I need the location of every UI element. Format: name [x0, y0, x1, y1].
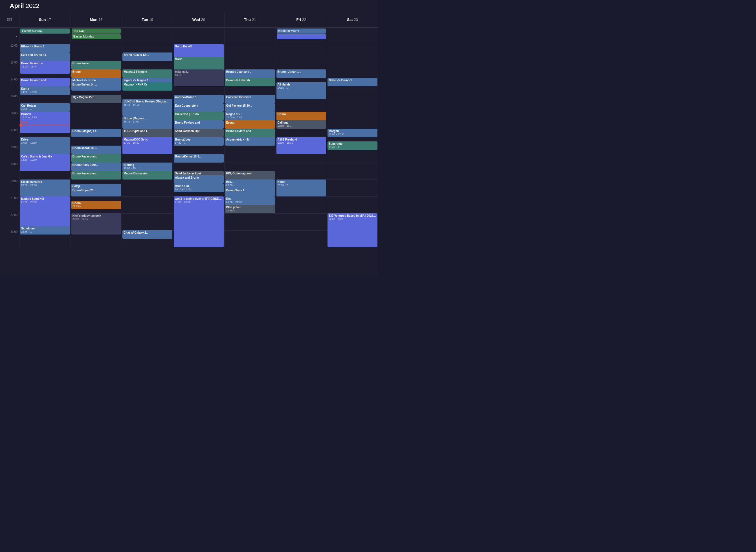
- cal-event[interactable]: Bruno / Juan and .: [225, 70, 275, 78]
- cal-event[interactable]: Bruno Faviero and: [20, 78, 70, 86]
- time-label-18:00: 18:00: [10, 146, 17, 149]
- cal-event[interactable]: Bruno Favie: [71, 61, 121, 70]
- time-label-14:00: 14:00: [10, 78, 17, 81]
- cal-event[interactable]: miko call...13:15 –...: [174, 70, 224, 86]
- toggle-allday[interactable]: ⌄: [15, 34, 17, 37]
- cal-event[interactable]: Magna <> PNP Cr: [123, 82, 172, 91]
- day-header-tue19: Tue19: [122, 12, 173, 27]
- cal-event[interactable]: Bruno (Magna) ...16:15 – 17:00: [123, 116, 172, 129]
- cal-event[interactable]: Bruno,: [225, 120, 275, 129]
- cal-event[interactable]: Morgan17:00 – 17:30: [328, 129, 377, 137]
- calendar-header: + April 2022: [0, 0, 378, 12]
- allday-cell-5: Bruno in Miami: [275, 28, 327, 44]
- cal-event[interactable]: Bruno/Kenny 18:3...: [174, 154, 224, 162]
- cal-event[interactable]: Ezra Cooperstein: [174, 103, 224, 112]
- allday-event[interactable]: [277, 34, 326, 39]
- day-header-fri22: Fri22: [275, 12, 327, 27]
- allday-cell-0: Easter Sunday: [19, 28, 70, 44]
- cal-event[interactable]: Asymmetric <> M.: [225, 137, 275, 146]
- cal-event[interactable]: web3 is taking over sf [FIRESIDE CHAT]21…: [174, 196, 224, 247]
- allday-event[interactable]: Tax Day: [72, 28, 121, 34]
- cal-event[interactable]: Bruno / Jonah 1...: [276, 70, 326, 78]
- calendar-title: April 2022: [10, 2, 39, 10]
- cal-event[interactable]: Kenta20:00 – 2...: [276, 179, 326, 196]
- time-label-12:00: 12:00: [10, 44, 17, 47]
- cal-event[interactable]: EIN, Option agreen: [225, 171, 275, 179]
- cal-event[interactable]: Bruno: [71, 70, 121, 78]
- cal-event[interactable]: Gui Faviero 15:30...: [225, 103, 275, 112]
- cal-event[interactable]: Brunch16:00 – 17:15: [20, 112, 70, 133]
- event-col-sat23: Nakul <> Bruno 1.Morgan17:00 – 17:30Supe…: [327, 44, 378, 247]
- cal-event[interactable]: Cameron Dennis 1: [225, 95, 275, 103]
- cal-event[interactable]: Bruno/Sims 1: [225, 188, 275, 196]
- cal-event[interactable]: Call Rotem15:30 –...: [20, 103, 70, 112]
- day-header-sun17: Sun17: [19, 12, 70, 27]
- cal-event[interactable]: Bruno/Julien 14:...: [71, 82, 121, 91]
- cal-event[interactable]: Chat w/ Galaxy 2...: [123, 230, 172, 239]
- cal-event[interactable]: Andrew/Bruno 1...: [174, 95, 224, 103]
- time-label-22:00: 22:00: [10, 214, 17, 217]
- cal-event[interactable]: Plan poker21:30 –...: [225, 205, 275, 214]
- cal-event[interactable]: Bruno Faviero and: [174, 120, 224, 129]
- cal-event[interactable]: Bruno: [276, 112, 326, 120]
- cal-event[interactable]: Drive17:30 – 18:30: [20, 137, 70, 154]
- cal-event[interactable]: Bruno Faviero a...13:00 – 13:45: [20, 61, 70, 74]
- cal-event[interactable]: 137 Ventures Based in MIA | 2022 Miami T…: [328, 214, 377, 247]
- cal-event[interactable]: LUNCH | Bruno Faviero (Magna...15:15 – 1…: [123, 99, 172, 116]
- cal-event[interactable]: Bruno/Bryan 20:...: [71, 188, 121, 196]
- cal-event[interactable]: Send Jackson Opti: [174, 129, 224, 137]
- cal-event[interactable]: Madera Sand Hill21:00 – 23:00: [20, 196, 70, 230]
- cal-event[interactable]: Magna Discussion: [123, 171, 172, 179]
- cal-event[interactable]: Email investors20:00 – 21:00: [20, 179, 70, 196]
- cal-event[interactable]: Bruno/Joey17:30 –...: [174, 137, 224, 146]
- day-header-mon18: Mon18: [70, 12, 122, 27]
- time-label-15:00: 15:00: [10, 95, 17, 98]
- cal-event[interactable]: Rea21:00 – 21:30: [225, 196, 275, 205]
- cal-event[interactable]: Schulman22:45 –...: [20, 226, 70, 235]
- cal-event[interactable]: Superblue17:45 – 1...: [328, 141, 377, 150]
- cal-event[interactable]: Magna & Figment: [123, 70, 172, 78]
- cal-event[interactable]: Alyssa and Bruno: [174, 175, 224, 184]
- cal-event[interactable]: Cafe : Bruno & JuanGa18:30 – 19:30: [20, 154, 70, 171]
- cal-event[interactable]: Ethan <> Bruno 1: [20, 44, 70, 52]
- allday-cell-6: [327, 28, 378, 44]
- timezone-label: EST: [7, 18, 12, 21]
- cal-event[interactable]: TCG Crypto and E: [123, 129, 172, 137]
- day-header-sat23: Sat23: [327, 12, 378, 27]
- allday-event[interactable]: Bruno in Miami: [277, 28, 326, 34]
- allday-row: Easter SundayTax DayEaster MondayBruno i…: [19, 28, 378, 44]
- event-col-mon18: Bruno FavieBrunoMichael <> BrunoBruno/Ju…: [70, 44, 122, 247]
- allday-event[interactable]: Easter Sunday: [20, 28, 70, 34]
- allday-event[interactable]: Easter Monday: [72, 34, 121, 39]
- day-headers: Sun17Mon18Tue19Wed20Thu21Fri22Sat23: [19, 12, 378, 28]
- cal-event[interactable]: All Hands14:15 –...: [276, 82, 326, 99]
- cal-event[interactable]: Marin: [174, 57, 224, 70]
- cal-event[interactable]: Nick's crispy tac polk22:00 – 23:15: [71, 214, 121, 235]
- cal-event[interactable]: Ezra and Bruno Fa: [20, 52, 70, 61]
- cal-event[interactable]: Dante14:30 – 15:00: [20, 86, 70, 95]
- allday-cell-2: [122, 28, 173, 44]
- cal-event[interactable]: Sterling19:00 – 19:...: [123, 162, 172, 171]
- cal-event[interactable]: Bruno,21:15 –...: [71, 200, 121, 209]
- cal-event[interactable]: Bruno Faviero and: [71, 154, 121, 162]
- day-header-wed20: Wed20: [173, 12, 224, 27]
- cal-event[interactable]: Bruno <> Utkarsh: [225, 78, 275, 86]
- event-col-thu21: Bruno / Juan and .Bruno <> UtkarshCamero…: [224, 44, 275, 247]
- cal-event[interactable]: Call guy16:30 – 16:...: [276, 120, 326, 129]
- cal-event[interactable]: Bruno/Richy 19:0...: [71, 162, 121, 171]
- cal-event[interactable]: Bru...20:00 –...: [225, 179, 275, 188]
- add-button[interactable]: +: [5, 3, 8, 9]
- cal-event[interactable]: A16Z Freehold17:30 – 18:30: [276, 137, 326, 154]
- cal-event[interactable]: Bruno / Ju...20:15 – 21:00: [174, 184, 224, 192]
- cal-event[interactable]: Bruno/Jacob 18:...: [71, 146, 121, 154]
- cal-event[interactable]: TQ - Magna 15:0...: [71, 95, 121, 103]
- cal-event[interactable]: Bruno / Davis 12:...: [123, 52, 172, 61]
- time-labels: 12:0013:0014:0015:0016:0017:0018:0019:00…: [0, 44, 19, 276]
- cal-event[interactable]: Bruno Faviero and: [225, 129, 275, 137]
- cal-event[interactable]: Guillermo | Bruno: [174, 112, 224, 120]
- cal-event[interactable]: Nakul <> Bruno 1.: [328, 78, 377, 86]
- cal-event[interactable]: MagnaxDCC Sync17:30 – 18:30: [123, 137, 172, 154]
- calendar-app: + April 2022 EST ⌄ 12:0013:0014:0015:001…: [0, 0, 378, 276]
- cal-event[interactable]: Bruno Faviero and: [71, 171, 121, 179]
- cal-event[interactable]: Bruno (Magna) / A: [71, 129, 121, 137]
